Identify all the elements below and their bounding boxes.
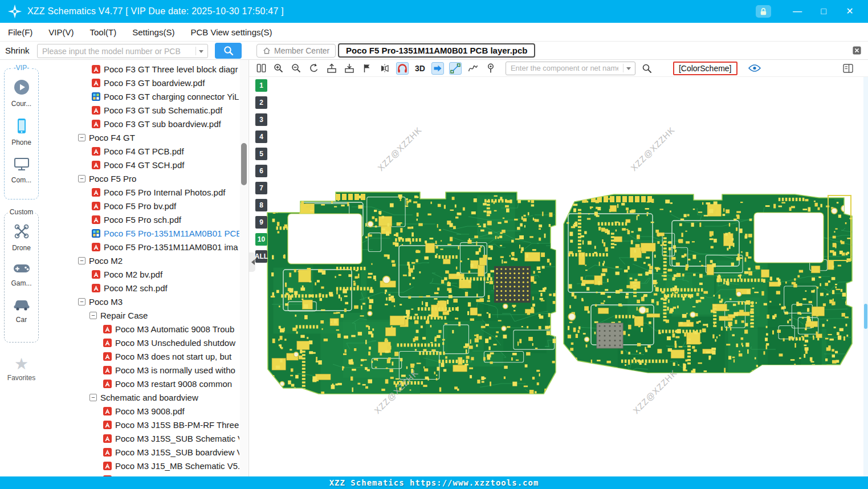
menu-settings[interactable]: Settings(S) <box>124 23 182 41</box>
layer-button-7[interactable]: 7 <box>255 182 267 194</box>
canvas-scrollbar-thumb[interactable] <box>864 304 867 329</box>
model-search-combo[interactable] <box>37 44 208 58</box>
maximize-button[interactable]: □ <box>816 7 832 16</box>
layer-button-6[interactable]: 6 <box>255 165 267 177</box>
chevron-down-icon[interactable] <box>199 50 203 55</box>
tree-item[interactable]: Poco F4 GT SCH.pdf <box>43 158 239 172</box>
tree-item[interactable]: Poco F3 GT charging connector YiL <box>43 89 239 103</box>
tree-scrollbar[interactable] <box>240 60 248 476</box>
close-document-icon[interactable] <box>852 46 862 55</box>
tree-item[interactable]: Poco M3 J15S BB-PM-RF Three <box>43 418 239 431</box>
pdf-icon <box>92 270 100 279</box>
export-top-icon[interactable] <box>325 62 338 75</box>
component-search-input[interactable] <box>506 64 623 72</box>
tree-item[interactable]: Poco F5 Pro-1351M11AM0B01 ima <box>43 240 239 254</box>
tree-item[interactable]: Poco F3 GT sub Schematic.pdf <box>43 103 239 117</box>
layer-button-8[interactable]: 8 <box>255 199 267 211</box>
tree-scrollbar-thumb[interactable] <box>241 143 247 185</box>
active-document-tab[interactable]: Poco F5 Pro-1351M11AM0B01 PCB layer.pcb <box>338 43 535 58</box>
tree-item[interactable]: Poco F5 Pro Internal Photos.pdf <box>43 185 239 199</box>
tree-item[interactable]: Poco M3 restart 9008 common <box>43 377 239 390</box>
panel-toggle-icon[interactable] <box>842 62 854 75</box>
sidebar-item-favorites[interactable]: ★ Favorites <box>0 356 43 382</box>
net-flag-icon[interactable] <box>361 62 373 75</box>
chevron-down-icon[interactable] <box>626 67 631 72</box>
collapse-toggle-icon[interactable]: − <box>78 175 85 182</box>
colorscheme-button[interactable]: [ColorScheme] <box>673 62 737 75</box>
collapse-toggle-icon[interactable]: − <box>89 394 97 401</box>
zoom-out-icon[interactable] <box>290 62 303 75</box>
close-button[interactable]: ✕ <box>842 7 858 16</box>
shrink-button[interactable]: Shrink <box>5 46 30 55</box>
collapse-toggle-icon[interactable]: − <box>89 312 97 319</box>
collapse-tree-handle[interactable] <box>249 252 255 272</box>
tree-item[interactable]: Poco M3 J15S_SUB Schematic V <box>43 431 239 445</box>
tree-item[interactable]: Poco M3 J15_MB Schematic V5. <box>43 459 239 472</box>
layer-button-2[interactable]: 2 <box>255 96 267 109</box>
tree-item[interactable]: Poco F5 Pro sch.pdf <box>43 213 239 226</box>
board-face-red-icon[interactable] <box>396 62 409 75</box>
zoom-in-icon[interactable] <box>272 62 285 75</box>
layer-button-all[interactable]: ALL <box>255 250 267 263</box>
move-arrow-icon[interactable] <box>431 62 444 75</box>
tree-item[interactable]: Poco M3 is normally used witho <box>43 363 239 377</box>
sidebar-item-car[interactable]: Car <box>5 297 38 324</box>
collapse-toggle-icon[interactable]: − <box>78 134 85 141</box>
tree-item[interactable]: Poco F3 GT Three level block diagr <box>43 62 239 76</box>
canvas-scrollbar[interactable] <box>863 77 868 476</box>
menu-file[interactable]: File(F) <box>0 23 40 41</box>
tree-item[interactable]: Poco M2 bv.pdf <box>43 267 239 281</box>
tree-item[interactable]: Poco F5 Pro-1351M11AM0B01 PCB <box>43 226 239 240</box>
menu-tool[interactable]: Tool(T) <box>82 23 125 41</box>
tree-item[interactable]: Poco M3 does not start up, but <box>43 349 239 363</box>
probe-pin-icon[interactable] <box>484 62 497 75</box>
component-search-combo[interactable] <box>506 62 635 75</box>
collapse-toggle-icon[interactable]: − <box>78 298 85 305</box>
menu-vip[interactable]: VIP(V) <box>40 23 81 41</box>
sidebar-item-drone[interactable]: Drone <box>5 223 38 252</box>
layer-button-3[interactable]: 3 <box>255 113 267 126</box>
tree-item[interactable]: Poco M3 J15_MB boardview V5 <box>43 472 239 476</box>
curve-trace-icon[interactable] <box>467 62 479 75</box>
sidebar-item-course[interactable]: Cour... <box>5 79 38 108</box>
tree-item[interactable]: Poco F3 GT sub boardview.pdf <box>43 117 239 131</box>
rotate-icon[interactable] <box>308 62 320 75</box>
tree-item[interactable]: Poco M3 J15S_SUB boardview V <box>43 445 239 459</box>
search-button[interactable] <box>215 43 242 59</box>
layer-button-1[interactable]: 1 <box>255 79 267 92</box>
tree-item[interactable]: Poco F5 Pro bv.pdf <box>43 199 239 213</box>
model-search-input[interactable] <box>38 47 195 56</box>
menu-pcb-view-settings[interactable]: PCB View settings(S) <box>182 23 280 41</box>
layer-button-5[interactable]: 5 <box>255 148 267 160</box>
tree-node[interactable]: −Poco M3 <box>43 295 239 308</box>
sidebar-item-phone[interactable]: Phone <box>5 117 38 146</box>
member-center-button[interactable]: Member Center <box>256 44 336 58</box>
tree-node[interactable]: −Poco F5 Pro <box>43 172 239 185</box>
tree-node[interactable]: −Repair Case <box>43 308 239 322</box>
tree-item[interactable]: Poco M2 sch.pdf <box>43 281 239 295</box>
component-search-icon[interactable] <box>641 62 653 75</box>
tree-node[interactable]: −Schematic and boardview <box>43 390 239 404</box>
tree-item[interactable]: Poco F3 GT boardview.pdf <box>43 76 239 89</box>
layer-button-9[interactable]: 9 <box>255 216 267 229</box>
minimize-button[interactable]: — <box>789 7 805 16</box>
tree-item[interactable]: Poco M3 Unscheduled shutdow <box>43 336 239 349</box>
3d-toggle[interactable]: 3D <box>414 64 426 73</box>
tree-item[interactable]: Poco M3 9008.pdf <box>43 404 239 418</box>
layer-button-4[interactable]: 4 <box>255 131 267 143</box>
collapse-toggle-icon[interactable]: − <box>78 257 85 264</box>
lock-icon[interactable] <box>756 5 771 18</box>
tree-node[interactable]: −Poco F4 GT <box>43 131 239 144</box>
export-bottom-icon[interactable] <box>343 62 356 75</box>
layer-button-10[interactable]: 10 <box>255 233 267 246</box>
split-view-icon[interactable] <box>255 62 267 75</box>
mirror-flip-icon[interactable] <box>378 62 391 75</box>
tree-item[interactable]: Poco F4 GT PCB.pdf <box>43 144 239 158</box>
tree-node[interactable]: −Poco M2 <box>43 254 239 267</box>
sidebar-item-game[interactable]: Gam... <box>5 262 38 287</box>
sidebar-item-computer[interactable]: Com... <box>5 156 38 184</box>
measure-icon[interactable] <box>449 62 462 75</box>
pcb-canvas[interactable]: XZZ@XZZHK XZZ@XZZHK XZZ@XZZHK XZZ@XZZHK … <box>249 77 868 476</box>
eye-icon[interactable] <box>748 62 761 75</box>
tree-item[interactable]: Poco M3 Automatic 9008 Troub <box>43 322 239 336</box>
